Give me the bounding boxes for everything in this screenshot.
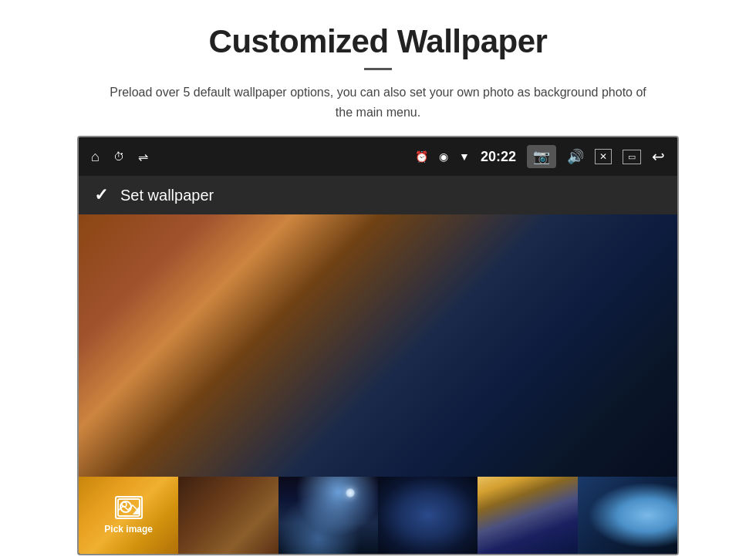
- usb-icon: ⇌: [138, 150, 148, 164]
- pick-image-button[interactable]: Pick image: [79, 477, 178, 554]
- pick-image-icon: [115, 496, 143, 519]
- pick-image-label: Pick image: [104, 524, 153, 535]
- page-title: Customized Wallpaper: [108, 23, 648, 60]
- alarm-icon: ⏱: [113, 150, 124, 163]
- volume-icon: 🔊: [567, 148, 584, 165]
- wallpaper-thumb-5[interactable]: [478, 477, 577, 554]
- wallpaper-preview: [79, 214, 677, 477]
- svg-rect-0: [118, 499, 140, 516]
- home-icon: ⌂: [91, 149, 100, 165]
- alarm-right-icon: ⏰: [415, 150, 428, 163]
- svg-point-1: [122, 502, 127, 507]
- wifi-icon: ▼: [459, 150, 470, 163]
- status-bar: ⌂ ⏱ ⇌ ⏰ ◉ ▼ 20:22 📷 🔊 ✕ ▭ ↩: [79, 137, 677, 176]
- wallpaper-thumb-2[interactable]: [178, 477, 278, 554]
- window-icon: ▭: [623, 150, 641, 164]
- device-screen: ⌂ ⏱ ⇌ ⏰ ◉ ▼ 20:22 📷 🔊 ✕ ▭ ↩ ✓ Set wallpa…: [77, 136, 679, 555]
- camera-icon[interactable]: 📷: [527, 145, 556, 168]
- back-icon[interactable]: ↩: [652, 147, 665, 166]
- title-divider: [364, 68, 392, 70]
- subtitle: Preload over 5 default wallpaper options…: [108, 83, 648, 122]
- wallpaper-thumb-6[interactable]: [578, 477, 677, 554]
- wallpaper-thumb-4[interactable]: [378, 477, 478, 554]
- action-bar: ✓ Set wallpaper: [79, 176, 677, 214]
- status-bar-left: ⌂ ⏱ ⇌: [91, 149, 148, 165]
- time-display: 20:22: [481, 149, 516, 165]
- action-bar-title: Set wallpaper: [120, 187, 214, 204]
- status-bar-right: ⏰ ◉ ▼ 20:22 📷 🔊 ✕ ▭ ↩: [415, 145, 665, 168]
- wallpaper-thumb-3[interactable]: [278, 477, 378, 554]
- title-section: Customized Wallpaper Preload over 5 defa…: [108, 23, 648, 122]
- close-icon: ✕: [595, 149, 612, 164]
- thumbnail-strip: Pick image: [79, 477, 677, 554]
- location-icon: ◉: [439, 150, 448, 163]
- image-pick-svg: [117, 498, 140, 517]
- check-icon[interactable]: ✓: [94, 185, 108, 205]
